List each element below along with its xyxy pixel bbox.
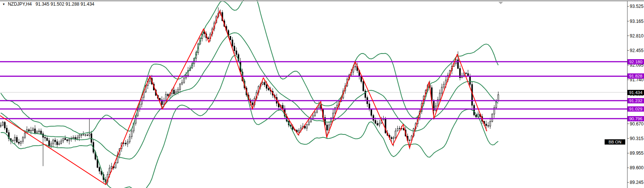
axis-tick-93.525: 93.525 xyxy=(630,4,644,9)
bb-toggle-label[interactable]: BB ON xyxy=(605,139,625,145)
symbol-timeframe-label: NZDJPY,H4 xyxy=(8,1,32,7)
axis-tick-92.810: 92.810 xyxy=(630,34,644,38)
horizontal-levels xyxy=(0,62,627,119)
level-price-badge-91.232: 91.232 xyxy=(627,98,644,103)
candles-layer xyxy=(0,7,499,185)
level-price-badge-91.029: 91.029 xyxy=(627,106,644,112)
ohlc-values: 91.345 91.502 91.288 91.434 xyxy=(36,1,95,7)
level-price-badge-92.180: 92.180 xyxy=(627,59,644,64)
chart-shift-marker-icon[interactable] xyxy=(498,2,503,4)
level-price-badge-91.828: 91.828 xyxy=(627,73,644,79)
level-price-badge-90.796: 90.796 xyxy=(627,116,644,121)
current-price-badge: 91.434 xyxy=(627,90,644,95)
axis-tick-89.955: 89.955 xyxy=(630,151,644,155)
bollinger-bands xyxy=(1,0,498,188)
zigzag-line xyxy=(0,11,487,185)
axis-tick-89.600: 89.600 xyxy=(630,166,644,170)
bollinger-lower xyxy=(1,55,498,188)
axis-tick-90.670: 90.670 xyxy=(630,122,644,126)
axis-tick-92.455: 92.455 xyxy=(630,48,644,53)
axis-tick-89.245: 89.245 xyxy=(630,180,644,185)
trading-chart-window: ▼ NZDJPY,H4 91.345 91.502 91.288 91.434 … xyxy=(0,0,644,188)
axis-tick-90.315: 90.315 xyxy=(630,136,644,141)
symbol-ohlc-header: ▼ NZDJPY,H4 91.345 91.502 91.288 91.434 xyxy=(2,1,95,7)
chart-frame xyxy=(0,0,644,188)
chart-canvas[interactable] xyxy=(0,0,644,188)
axis-tick-93.165: 93.165 xyxy=(630,19,644,24)
symbol-dropdown-icon[interactable]: ▼ xyxy=(2,3,5,6)
bollinger-upper xyxy=(1,0,498,134)
